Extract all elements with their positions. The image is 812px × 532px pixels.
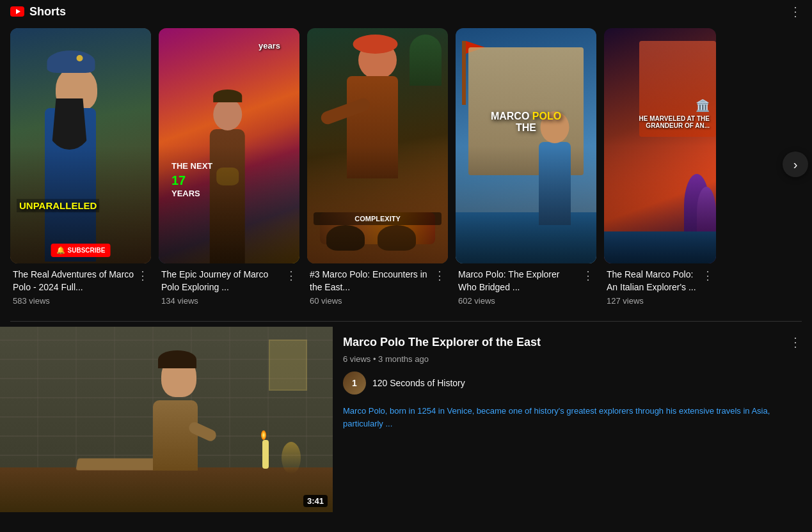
description-highlight: Marco Polo [343, 406, 385, 416]
shorts-next-button[interactable]: › [783, 152, 808, 177]
subscribe-label: SUBSCRIBE [68, 247, 106, 254]
candle-light [282, 442, 301, 474]
short-card-4[interactable]: MARCO POLOTHE Marco Polo: The Explorer W… [456, 28, 596, 306]
page-title: Shorts [29, 5, 66, 19]
overlay-next: THE NEXT [171, 161, 212, 172]
channel-avatar-letter: 1 [352, 378, 357, 388]
short-menu-5[interactable]: ⋮ [699, 269, 713, 283]
short-thumb-2: THE NEXT 17 YEARS years [159, 28, 299, 263]
video-info-panel: Marco Polo The Explorer of the East ⋮ 6 … [333, 327, 812, 512]
short-thumb-4: MARCO POLOTHE [456, 28, 596, 263]
description-text: , born in 1254 in Venice, became one of … [343, 406, 770, 428]
overlay-years: THE NEXT 17 YEARS [171, 161, 212, 199]
short-card-5[interactable]: 🏛️ HE MARVELED AT THEGRANDEUR OF AN... T… [604, 28, 716, 306]
short-views-5: 127 views [604, 293, 716, 306]
short-card-2[interactable]: THE NEXT 17 YEARS years The Epic Journey… [159, 28, 299, 306]
short-info-4: Marco Polo: The Explorer Who Bridged ...… [456, 263, 596, 293]
shorts-grid: UNPARALLELED 🔔 SUBSCRIBE The Real Advent… [10, 28, 802, 306]
bell-icon: 🔔 [56, 246, 65, 254]
video-timestamp: 3:41 [303, 495, 328, 507]
short-title-1: The Real Adventures of Marco Polo - 2024… [13, 269, 134, 293]
video-title: Marco Polo The Explorer of the East [343, 334, 784, 350]
short-info-3: #3 Marco Polo: Encounters in the East...… [307, 263, 448, 293]
short-thumb-1: UNPARALLELED 🔔 SUBSCRIBE [10, 28, 151, 263]
short-menu-3[interactable]: ⋮ [431, 269, 445, 283]
short-info-2: The Epic Journey of Marco Polo Exploring… [159, 263, 299, 293]
short-card-1[interactable]: UNPARALLELED 🔔 SUBSCRIBE The Real Advent… [10, 28, 151, 306]
window-element [269, 340, 307, 391]
overlay-marco-polo: MARCO POLOTHE [491, 111, 561, 134]
thumb-overlay-1 [10, 28, 151, 263]
featured-video: 3:41 Marco Polo The Explorer of the East… [0, 327, 812, 522]
overlay-complexity: COMPLEXITY [314, 212, 442, 225]
header-more-button[interactable]: ⋮ [789, 4, 802, 19]
short-views-4: 602 views [456, 293, 596, 306]
overlay-years-top: years [259, 41, 280, 51]
video-meta: 6 views • 3 months ago [343, 354, 802, 364]
short-title-3: #3 Marco Polo: Encounters in the East... [310, 269, 431, 293]
channel-name[interactable]: 120 Seconds of History [372, 378, 465, 388]
short-menu-1[interactable]: ⋮ [134, 269, 148, 283]
overlay-years-text: YEARS [171, 189, 212, 199]
header: Shorts ⋮ [0, 0, 812, 23]
video-description: Marco Polo, born in 1254 in Venice, beca… [343, 405, 802, 430]
overlay-17: 17 [171, 172, 212, 189]
channel-row: 1 120 Seconds of History [343, 372, 802, 395]
short-title-5: The Real Marco Polo: An Italian Explorer… [607, 269, 699, 293]
thumb-overlay-3 [307, 28, 448, 263]
youtube-logo-icon [10, 4, 24, 19]
video-thumbnail[interactable]: 3:41 [0, 327, 333, 512]
thumb-overlay-4 [456, 28, 596, 263]
short-views-1: 583 views [10, 293, 151, 306]
short-menu-2[interactable]: ⋮ [283, 269, 297, 283]
video-more-button[interactable]: ⋮ [784, 334, 802, 350]
short-title-2: The Epic Journey of Marco Polo Exploring… [161, 269, 283, 293]
overlay-unparalleled: UNPARALLELED [17, 199, 99, 212]
shorts-section: UNPARALLELED 🔔 SUBSCRIBE The Real Advent… [0, 23, 812, 316]
short-info-5: The Real Marco Polo: An Italian Explorer… [604, 263, 716, 293]
short-thumb-3: COMPLEXITY [307, 28, 448, 263]
short-card-3[interactable]: COMPLEXITY #3 Marco Polo: Encounters in … [307, 28, 448, 306]
thumb-overlay-2 [159, 28, 299, 263]
section-divider [10, 321, 802, 322]
short-views-3: 60 views [307, 293, 448, 306]
subscribe-badge[interactable]: 🔔 SUBSCRIBE [51, 244, 111, 257]
short-info-1: The Real Adventures of Marco Polo - 2024… [10, 263, 151, 293]
short-title-4: Marco Polo: The Explorer Who Bridged ... [458, 269, 580, 293]
short-thumb-5: 🏛️ HE MARVELED AT THEGRANDEUR OF AN... [604, 28, 716, 263]
short-menu-4[interactable]: ⋮ [580, 269, 594, 283]
video-title-row: Marco Polo The Explorer of the East ⋮ [343, 334, 802, 350]
channel-avatar[interactable]: 1 [343, 372, 366, 395]
candle [262, 440, 269, 469]
header-left: Shorts [10, 4, 66, 19]
short-views-2: 134 views [159, 293, 299, 306]
thumb-overlay-5 [604, 28, 716, 263]
